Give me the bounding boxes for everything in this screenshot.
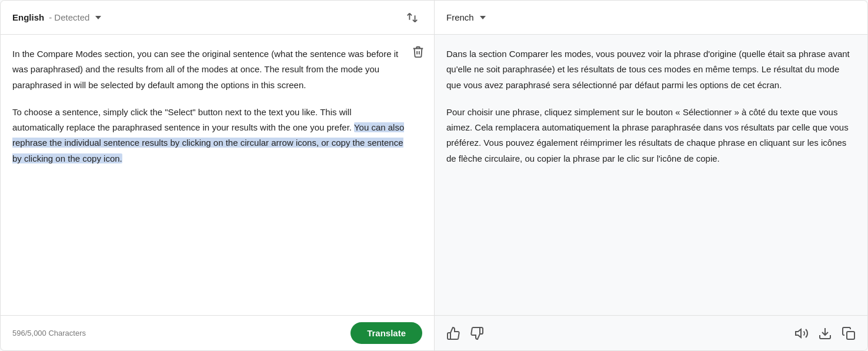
delete-button[interactable] — [412, 45, 425, 61]
left-panel: In the Compare Modes section, you can se… — [1, 35, 435, 350]
target-language-label: French — [446, 12, 474, 22]
source-paragraph-1: In the Compare Modes section, you can se… — [12, 46, 405, 93]
translation-paragraph-2: Pour choisir une phrase, cliquez simplem… — [446, 105, 856, 166]
download-icon — [818, 326, 832, 340]
download-button[interactable] — [818, 326, 832, 340]
thumbs-up-button[interactable] — [446, 326, 460, 340]
translator-app: English - Detected French In the Compare… — [0, 0, 868, 351]
translation-paragraph-1: Dans la section Comparer les modes, vous… — [446, 46, 856, 93]
swap-icon — [406, 11, 419, 24]
source-text-area[interactable]: In the Compare Modes section, you can se… — [1, 35, 434, 315]
svg-marker-0 — [796, 329, 801, 337]
source-language-dropdown-icon[interactable] — [95, 16, 101, 19]
content-area: In the Compare Modes section, you can se… — [1, 35, 867, 350]
svg-rect-2 — [847, 332, 854, 339]
copy-icon — [842, 326, 856, 340]
target-language-panel: French — [435, 1, 867, 34]
audio-icon — [794, 326, 809, 340]
right-footer — [435, 315, 867, 350]
delete-icon — [412, 45, 425, 58]
audio-button[interactable] — [794, 326, 809, 340]
header-bar: English - Detected French — [1, 1, 867, 35]
translation-text-area: Dans la section Comparer les modes, vous… — [435, 35, 867, 315]
copy-button[interactable] — [842, 326, 856, 340]
source-language-label: English — [12, 12, 44, 22]
left-footer: 596/5,000 Characters Translate — [1, 315, 434, 350]
target-language-dropdown-icon[interactable] — [480, 16, 486, 19]
source-language-panel: English - Detected — [1, 1, 435, 34]
swap-languages-button[interactable] — [402, 8, 422, 28]
source-paragraph-2: To choose a sentence, simply click the "… — [12, 105, 405, 166]
right-panel: Dans la section Comparer les modes, vous… — [435, 35, 867, 350]
thumbs-down-button[interactable] — [470, 326, 484, 340]
source-paragraph-2-normal: To choose a sentence, simply click the "… — [12, 107, 352, 132]
thumbs-down-icon — [470, 326, 484, 340]
translate-button[interactable]: Translate — [350, 322, 422, 344]
thumbs-up-icon — [446, 326, 460, 340]
character-count: 596/5,000 Characters — [12, 329, 86, 337]
right-footer-actions — [794, 326, 856, 340]
detected-label: - Detected — [49, 12, 89, 22]
